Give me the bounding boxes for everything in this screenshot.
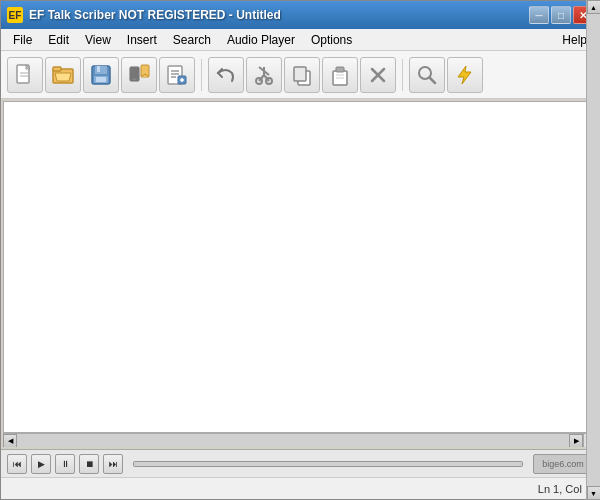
cursor-position: Ln 1, Col 1 <box>538 483 591 495</box>
watermark-badge: bige6.com <box>533 454 593 474</box>
toolbar <box>1 51 599 99</box>
cut-button[interactable] <box>246 57 282 93</box>
new-button[interactable] <box>7 57 43 93</box>
menu-insert[interactable]: Insert <box>119 31 165 49</box>
open-icon <box>51 63 75 87</box>
svg-rect-29 <box>336 67 344 72</box>
paste-icon <box>328 63 352 87</box>
toolbar-sep-2 <box>402 59 403 91</box>
menu-file[interactable]: File <box>5 31 40 49</box>
svg-rect-4 <box>53 67 61 71</box>
scrollbar-vertical: ▲ ▼ <box>586 101 597 433</box>
pause-button[interactable]: ⏸ <box>55 454 75 474</box>
app-icon: EF <box>7 7 23 23</box>
quick-action-button[interactable] <box>447 57 483 93</box>
scroll-track-vertical[interactable] <box>587 101 597 433</box>
editor-textarea[interactable] <box>4 102 582 432</box>
undo-button[interactable] <box>208 57 244 93</box>
status-bar: Ln 1, Col 1 <box>1 477 599 499</box>
menu-search[interactable]: Search <box>165 31 219 49</box>
editor-wrapper: ▲ ▼ ◀ ▶ <box>3 101 597 447</box>
menu-view[interactable]: View <box>77 31 119 49</box>
open-button[interactable] <box>45 57 81 93</box>
properties-icon <box>165 63 189 87</box>
save-button[interactable] <box>83 57 119 93</box>
stop-button[interactable]: ⏹ <box>79 454 99 474</box>
menu-bar: File Edit View Insert Search Audio Playe… <box>1 29 599 51</box>
scroll-right-button[interactable]: ▶ <box>569 434 583 448</box>
svg-rect-7 <box>97 66 100 72</box>
watermark-text: bige6.com <box>542 459 584 469</box>
editor-panel: ▲ ▼ <box>3 101 597 433</box>
copy-button[interactable] <box>284 57 320 93</box>
player-bar: ⏮ ▶ ⏸ ⏹ ⏭ bige6.com <box>1 449 599 477</box>
minimize-button[interactable]: ─ <box>529 6 549 24</box>
svg-marker-36 <box>458 66 471 84</box>
svg-line-35 <box>430 77 436 83</box>
menu-options[interactable]: Options <box>303 31 360 49</box>
save-icon <box>89 63 113 87</box>
bolt-icon <box>453 63 477 87</box>
content-area: ▲ ▼ ◀ ▶ <box>1 99 599 449</box>
bottom-area: ⏮ ▶ ⏸ ⏹ ⏭ bige6.com Ln 1, Col 1 <box>1 449 599 499</box>
menu-audio-player[interactable]: Audio Player <box>219 31 303 49</box>
title-bar: EF EF Talk Scriber NOT REGISTERED - Unti… <box>1 1 599 29</box>
delete-button[interactable] <box>360 57 396 93</box>
play-button[interactable]: ▶ <box>31 454 51 474</box>
svg-rect-27 <box>294 67 306 81</box>
properties-button[interactable] <box>159 57 195 93</box>
skip-back-button[interactable]: ⏮ <box>7 454 27 474</box>
search-button[interactable] <box>409 57 445 93</box>
undo-icon <box>214 63 238 87</box>
svg-rect-6 <box>95 66 107 74</box>
svg-rect-9 <box>96 77 106 82</box>
title-bar-left: EF EF Talk Scriber NOT REGISTERED - Unti… <box>7 7 281 23</box>
copy-icon <box>290 63 314 87</box>
scrollbar-horizontal: ◀ ▶ <box>3 433 597 447</box>
skip-forward-button[interactable]: ⏭ <box>103 454 123 474</box>
scroll-left-button[interactable]: ◀ <box>3 434 17 448</box>
toolbar-sep-1 <box>201 59 202 91</box>
window-title: EF Talk Scriber NOT REGISTERED - Untitle… <box>29 8 281 22</box>
progress-bar[interactable] <box>133 461 523 467</box>
search-icon <box>415 63 439 87</box>
editor-container <box>3 101 597 433</box>
bookmark-icon <box>127 63 151 87</box>
menu-edit[interactable]: Edit <box>40 31 77 49</box>
bookmark-button[interactable] <box>121 57 157 93</box>
window-controls: ─ □ ✕ <box>529 6 593 24</box>
new-icon <box>13 63 37 87</box>
scroll-track-horizontal[interactable] <box>17 434 569 447</box>
delete-icon <box>366 63 390 87</box>
cut-icon <box>252 63 276 87</box>
paste-button[interactable] <box>322 57 358 93</box>
maximize-button[interactable]: □ <box>551 6 571 24</box>
main-window: EF EF Talk Scriber NOT REGISTERED - Unti… <box>0 0 600 500</box>
